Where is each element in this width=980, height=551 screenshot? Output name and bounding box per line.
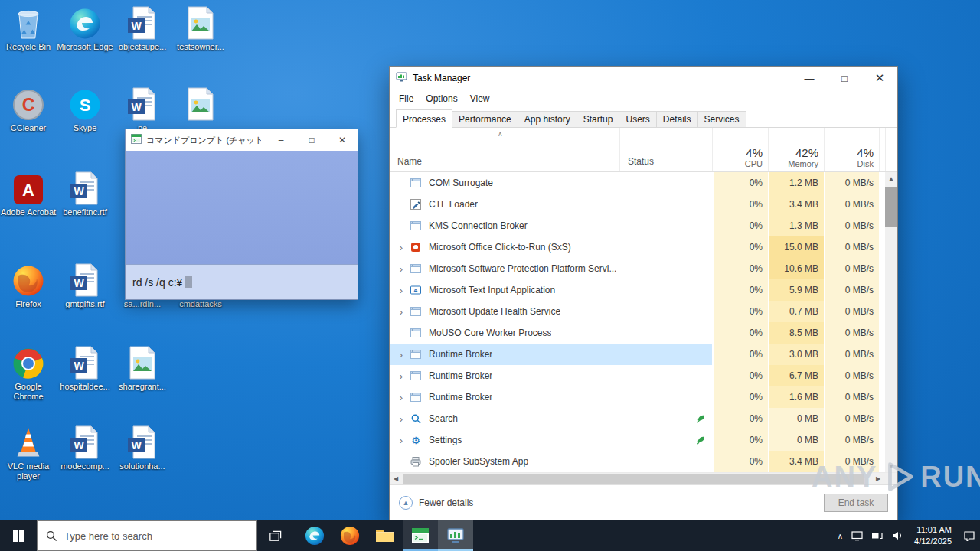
cmd-maximize-button[interactable]: □ [296,129,327,151]
command-input-field[interactable]: rd /s /q c:¥ [126,264,358,299]
column-header-memory[interactable]: 42% Memory [768,128,824,171]
tab-processes[interactable]: Processes [396,109,452,128]
taskbar-app-microsoft-edge[interactable] [297,520,332,551]
expand-chevron-icon[interactable]: › [396,350,407,360]
horizontal-scrollbar-thumb[interactable] [403,474,864,484]
action-center-icon[interactable] [963,530,975,541]
taskbar-app-firefox[interactable] [332,520,368,551]
desktop-icon-testsowner[interactable]: testsowner... [172,6,229,52]
command-prompt-window[interactable]: コマンドプロンプト (チャット... – □ ✕ rd /s /q c:¥ [125,129,358,300]
column-header-cpu[interactable]: 4% CPU [712,128,768,171]
expand-chevron-icon[interactable]: › [396,393,407,403]
process-row-search[interactable]: ›Search0%0 MB0 MB/s [390,408,897,429]
tm-minimize-button[interactable]: — [792,67,827,90]
search-input[interactable] [64,530,233,542]
tm-close-button[interactable]: ✕ [862,67,897,90]
task-manager-titlebar[interactable]: Task Manager — □ ✕ [390,67,897,90]
memory-value: 3.4 MB [768,194,824,215]
cmd-close-button[interactable]: ✕ [327,129,358,151]
process-row-runtime-broker[interactable]: ›Runtime Broker0%3.0 MB0 MB/s [390,344,897,365]
process-status [619,172,712,194]
desktop-background[interactable]: Recycle BinMicrosoft EdgeWobjectsupe...t… [0,0,980,520]
process-row-microsoft-text-input-application[interactable]: ›AMicrosoft Text Input Application0%5.9 … [390,279,897,301]
desktop-icon-adobe-acrobat[interactable]: AAdobe Acrobat [0,171,57,217]
column-header-name[interactable]: Name [390,128,619,171]
desktop-icon-gmtgifts-rtf[interactable]: Wgmtgifts.rtf [57,263,113,309]
process-row-ctf-loader[interactable]: CTF Loader0%3.4 MB0 MB/s [390,194,897,215]
taskbar-search-box[interactable] [37,520,257,551]
desktop-icon-ccleaner[interactable]: CCCleaner [0,87,57,133]
network-tray-icon[interactable] [871,531,883,540]
scroll-down-arrow[interactable]: ▼ [885,460,897,472]
process-row-mouso-core-worker-process[interactable]: MoUSO Core Worker Process0%8.5 MB0 MB/s [390,322,897,344]
desktop-icon-label: objectsupe... [119,42,166,52]
process-row-com-surrogate[interactable]: COM Surrogate0%1.2 MB0 MB/s [390,172,897,194]
desktop-icon-firefox[interactable]: Firefox [0,263,57,309]
scroll-right-arrow[interactable]: ▶ [872,473,884,484]
tab-details[interactable]: Details [656,111,698,128]
expand-chevron-icon[interactable]: › [396,307,407,317]
desktop-icon-sharegrant[interactable]: sharegrant... [114,346,171,392]
desktop-icon-skype[interactable]: SSkype [57,87,113,133]
tab-app-history[interactable]: App history [518,111,577,128]
desktop-icon-microsoft-edge[interactable]: Microsoft Edge [57,6,113,52]
tab-performance[interactable]: Performance [452,111,518,128]
expand-chevron-icon[interactable]: › [396,435,407,445]
task-view-button[interactable] [257,520,292,551]
column-header-status[interactable]: Status [619,128,712,171]
desktop-icon-benefitnc-rtf[interactable]: Wbenefitnc.rtf [57,171,113,217]
desktop-icon-objectsupe[interactable]: Wobjectsupe... [114,6,171,52]
expand-chevron-icon[interactable]: › [396,285,407,295]
hidden-icons-chevron[interactable]: ∧ [838,532,843,540]
vertical-scrollbar-thumb[interactable] [885,187,897,227]
desktop-icon-pe[interactable]: Wpe [114,87,171,133]
column-header-disk[interactable]: 4% Disk [824,128,879,171]
desktop-icon-solutionha[interactable]: Wsolutionha... [114,425,171,471]
menu-view[interactable]: View [464,93,496,104]
process-row-runtime-broker[interactable]: ›Runtime Broker0%6.7 MB0 MB/s [390,365,897,386]
cmd-minimize-button[interactable]: – [266,129,296,151]
horizontal-scrollbar[interactable]: ◀ ▶ [390,472,897,484]
desktop-icon-google-chrome[interactable]: Google Chrome [0,346,57,401]
tm-maximize-button[interactable]: □ [827,67,862,90]
command-prompt-titlebar[interactable]: コマンドプロンプト (チャット... – □ ✕ [126,129,358,151]
scroll-up-arrow[interactable]: ▲ [885,172,897,184]
process-row-runtime-broker[interactable]: ›Runtime Broker0%1.6 MB0 MB/s [390,386,897,408]
desktop-icon-image[interactable] [172,87,229,123]
disk-value: 0 MB/s [824,301,879,322]
taskbar-apps [297,520,473,551]
process-row-spooler-subsystem-app[interactable]: Spooler SubSystem App0%3.4 MB0 MB/s [390,451,897,472]
taskbar-app-task-manager[interactable] [438,520,473,551]
taskbar-app-command-prompt[interactable] [403,520,438,551]
desktop-icon-hospitaldee[interactable]: Whospitaldee... [57,346,113,392]
taskbar-clock[interactable]: 11:01 AM 4/12/2025 [911,524,955,547]
desktop-icon-vlc-media-player[interactable]: VLC media player [0,425,57,481]
disk-value: 0 MB/s [824,322,879,344]
volume-tray-icon[interactable] [891,531,903,540]
menu-file[interactable]: File [393,93,420,104]
svg-text:W: W [74,277,84,289]
cpu-value: 0% [712,301,768,322]
process-row-kms-connection-broker[interactable]: KMS Connection Broker0%1.3 MB0 MB/s [390,215,897,236]
process-row-settings[interactable]: ›⚙Settings0%0 MB0 MB/s [390,429,897,451]
display-tray-icon[interactable] [851,531,863,541]
tab-users[interactable]: Users [619,111,656,128]
desktop-icon-recycle-bin[interactable]: Recycle Bin [0,6,57,52]
taskbar-app-file-explorer[interactable] [368,520,403,551]
tab-services[interactable]: Services [697,111,746,128]
fewer-details-toggle[interactable]: ▲ Fewer details [399,496,473,510]
end-task-button[interactable]: End task [824,494,888,512]
menu-options[interactable]: Options [420,93,463,104]
vertical-scrollbar[interactable]: ▲ ▼ [885,172,897,472]
tab-startup[interactable]: Startup [577,111,620,128]
expand-chevron-icon[interactable]: › [396,243,407,253]
desktop-icon-modecomp[interactable]: Wmodecomp... [57,425,113,471]
process-row-microsoft-office-click-to-run-sxs[interactable]: ›Microsoft Office Click-to-Run (SxS)0%15… [390,236,897,258]
start-button[interactable] [0,520,37,551]
process-row-microsoft-update-health-service[interactable]: ›Microsoft Update Health Service0%0.7 MB… [390,301,897,322]
expand-chevron-icon[interactable]: › [396,371,407,381]
process-row-microsoft-software-protection-platform-servi[interactable]: ›Microsoft Software Protection Platform … [390,258,897,279]
scroll-left-arrow[interactable]: ◀ [390,473,402,484]
expand-chevron-icon[interactable]: › [396,414,407,424]
expand-chevron-icon[interactable]: › [396,264,407,274]
